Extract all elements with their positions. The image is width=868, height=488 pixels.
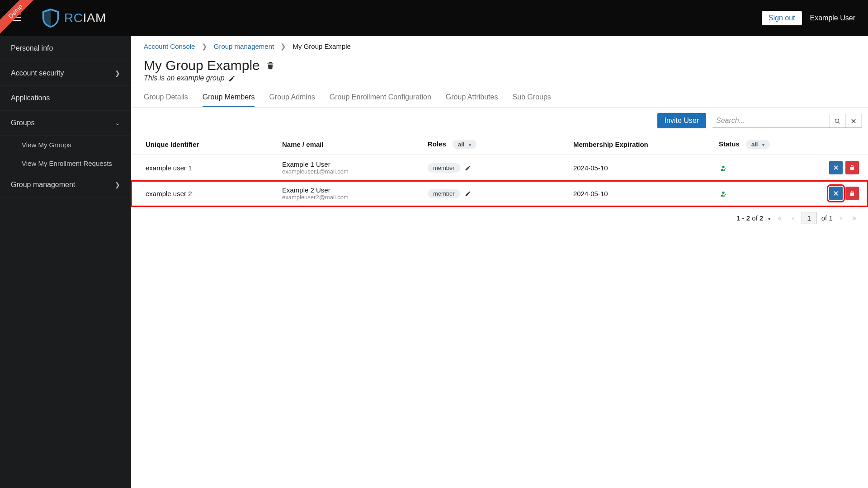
tab-sub-groups[interactable]: Sub Groups [512,93,551,107]
cell-actions [813,155,868,181]
tab-group-attributes[interactable]: Group Attributes [446,93,498,107]
cell-expiry: 2024-05-10 [568,155,713,181]
col-actions [813,134,868,155]
role-badge: member [428,189,460,198]
breadcrumb-group-management[interactable]: Group management [214,42,274,50]
status-filter-value: all [751,141,758,148]
invite-user-button[interactable]: Invite User [657,113,706,128]
table-row: example user 2Example 2 Userexampleuser2… [131,181,868,206]
status-active-icon [719,189,728,198]
sidebar-item-personal-info[interactable]: Personal info [0,36,131,61]
pagination: 1 - 2 of 2 ▾ « ‹ of 1 › » [131,206,868,230]
cell-uid: example user 2 [131,181,277,206]
current-username: Example User [810,14,855,22]
cell-name: Example 2 Userexampleuser2@mail.com [277,181,422,206]
sidebar: Personal info Account security ❯ Applica… [0,36,131,488]
col-roles-label: Roles [428,140,446,148]
logo-text: RCIAM [64,11,106,25]
lock-icon [849,164,855,171]
caret-down-icon: ▾ [762,142,764,147]
page-next-button[interactable]: › [837,212,845,224]
sidebar-item-applications[interactable]: Applications [0,86,131,111]
sidebar-subitem-label: View My Groups [22,141,71,149]
col-status: Status all ▾ [713,134,813,155]
tabs: Group Details Group Members Group Admins… [131,85,868,108]
close-icon [850,118,857,124]
sidebar-item-label: Group management [11,181,75,189]
tab-group-details[interactable]: Group Details [144,93,188,107]
main-content: Account Console ❯ Group management ❯ My … [131,36,868,488]
sidebar-item-view-enrollment-requests[interactable]: View My Enrollment Requests [0,154,131,173]
col-roles: Roles all ▾ [422,134,568,155]
sidebar-item-label: Applications [11,94,50,102]
col-name: Name / email [277,134,422,155]
page-prev-button[interactable]: ‹ [789,212,797,224]
pencil-icon [465,191,471,197]
table-row: example user 1Example 1 Userexampleuser1… [131,155,868,181]
sidebar-item-groups[interactable]: Groups ⌄ [0,111,131,136]
col-uid: Unique Identifier [131,134,277,155]
edit-role-button[interactable] [465,189,471,197]
sidebar-item-label: Groups [11,119,34,127]
members-toolbar: Invite User [131,108,868,134]
status-active-icon [719,163,728,172]
search-icon [834,118,840,124]
breadcrumb-current: My Group Example [293,42,351,50]
sidebar-item-label: Personal info [11,44,53,52]
close-icon [833,164,839,171]
member-email: exampleuser2@mail.com [282,194,417,201]
chevron-right-icon: ❯ [115,70,120,77]
member-email: exampleuser1@mail.com [282,168,417,175]
breadcrumb: Account Console ❯ Group management ❯ My … [131,36,868,55]
search-input[interactable] [712,114,829,127]
cell-uid: example user 1 [131,155,277,181]
cell-expiry: 2024-05-10 [568,181,713,206]
search-box [712,114,862,128]
chevron-down-icon: ⌄ [115,119,120,127]
sidebar-item-group-management[interactable]: Group management ❯ [0,173,131,197]
status-filter[interactable]: all ▾ [746,140,770,149]
remove-member-button[interactable] [829,161,843,174]
logo[interactable]: RCIAM [41,8,106,28]
page-range[interactable]: 1 - 2 of 2 ▾ [736,214,770,222]
sidebar-item-view-my-groups[interactable]: View My Groups [0,136,131,154]
delete-group-button[interactable] [266,61,274,70]
svg-point-0 [835,119,839,122]
tab-group-enrollment[interactable]: Group Enrollment Configuration [330,93,431,107]
cell-role: member [422,155,568,181]
role-badge: member [428,163,460,173]
svg-line-1 [839,122,840,124]
page-title: My Group Example [144,58,260,73]
cell-name: Example 1 Userexampleuser1@mail.com [277,155,422,181]
close-icon [833,190,839,197]
table-header-row: Unique Identifier Name / email Roles all… [131,134,868,155]
lock-member-button[interactable] [845,187,859,200]
lock-member-button[interactable] [845,161,859,174]
page-first-button[interactable]: « [775,212,785,224]
edit-role-button[interactable] [465,164,471,171]
page-last-button[interactable]: » [849,212,859,224]
members-table: Unique Identifier Name / email Roles all… [131,134,868,206]
sidebar-item-label: Account security [11,69,64,77]
member-name: Example 2 User [282,186,417,194]
remove-member-button[interactable] [829,187,843,200]
search-submit-button[interactable] [829,114,845,127]
roles-filter-value: all [458,141,464,148]
tab-group-members[interactable]: Group Members [203,93,255,107]
tab-group-admins[interactable]: Group Admins [269,93,315,107]
search-clear-button[interactable] [845,114,862,127]
edit-description-button[interactable] [228,74,236,82]
caret-down-icon: ▾ [469,142,471,147]
signout-button[interactable]: Sign out [762,11,802,25]
page-number-input[interactable] [802,212,817,224]
cell-role: member [422,181,568,206]
lock-icon [849,190,855,197]
breadcrumb-account-console[interactable]: Account Console [144,42,195,50]
page-of-label: of 1 [821,214,833,222]
sidebar-item-account-security[interactable]: Account security ❯ [0,61,131,86]
roles-filter[interactable]: all ▾ [453,140,476,149]
cell-status [713,181,813,206]
pencil-icon [465,165,471,171]
chevron-right-icon: ❯ [115,181,120,188]
shield-icon [41,8,61,28]
